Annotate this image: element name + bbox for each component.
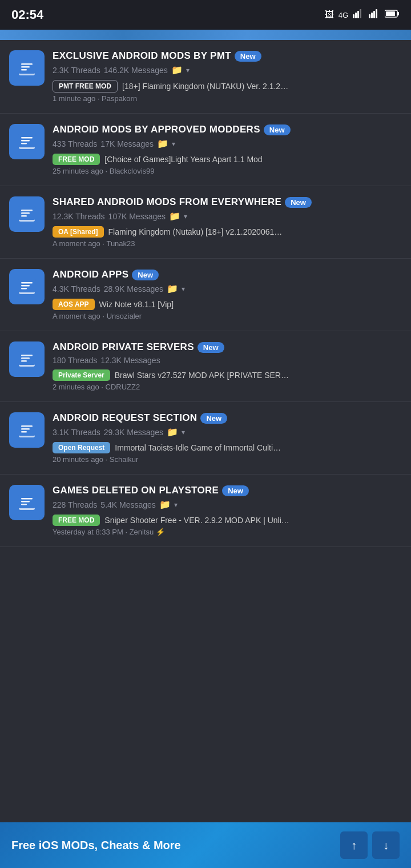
post-tag: FREE MOD	[53, 515, 100, 526]
last-post-meta: Yesterday at 8:33 PM · Zenitsu ⚡	[53, 528, 402, 536]
svg-rect-52	[21, 504, 27, 505]
post-tag: Open Request	[53, 442, 110, 453]
scroll-buttons: ↑ ↓	[340, 831, 400, 859]
post-tag: PMT FREE MOD	[53, 80, 118, 93]
forum-content: ANDROID APPS New 4.3K Threads 28.9K Mess…	[53, 269, 402, 320]
last-post-meta: 1 minute ago · Paspakorn	[53, 94, 402, 103]
svg-rect-22	[21, 143, 27, 144]
svg-rect-10	[397, 12, 399, 15]
new-badge: New	[132, 270, 159, 280]
svg-rect-26	[21, 210, 33, 211]
signal-icon-2	[369, 9, 380, 21]
thread-count: 228 Threads	[53, 500, 97, 509]
last-post-title: Immortal Taoists-Idle Game of Immortal C…	[115, 443, 281, 452]
forum-title-row: EXCLUSIVE ANDROID MODS BY PMT New	[53, 50, 402, 62]
forum-content: ANDROID PRIVATE SERVERS New 180 Threads …	[53, 341, 402, 391]
forum-content: SHARED ANDROID MODS FROM EVERYWHERE New …	[53, 196, 402, 248]
scroll-down-button[interactable]: ↓	[372, 831, 400, 859]
forum-title-row: ANDROID APPS New	[53, 269, 402, 280]
svg-rect-2	[357, 11, 359, 18]
message-count: 107K Messages	[108, 212, 166, 221]
svg-rect-50	[21, 498, 33, 500]
last-post-meta: A moment ago · Tunak23	[53, 239, 402, 248]
folder-icon: 📁	[171, 65, 183, 75]
forum-title: SHARED ANDROID MODS FROM EVERYWHERE	[53, 196, 281, 208]
svg-rect-39	[21, 357, 30, 359]
forum-title-row: ANDROID REQUEST SECTION New	[53, 412, 402, 424]
forum-icon	[9, 485, 45, 520]
svg-rect-21	[21, 140, 30, 142]
forum-last-post: Open Request Immortal Taoists-Idle Game …	[53, 442, 402, 453]
forum-icon	[9, 269, 45, 304]
forum-icon	[9, 341, 45, 377]
post-tag: AOS APP	[53, 299, 95, 310]
forum-item-shared-android-mods[interactable]: SHARED ANDROID MODS FROM EVERYWHERE New …	[0, 186, 411, 259]
folder-icon: 📁	[169, 211, 180, 222]
forum-item-android-request-section[interactable]: ANDROID REQUEST SECTION New 3.1K Threads…	[0, 402, 411, 475]
forum-stats: 180 Threads 12.3K Messages	[53, 356, 402, 365]
forum-item-android-apps[interactable]: ANDROID APPS New 4.3K Threads 28.9K Mess…	[0, 259, 411, 331]
forum-last-post: AOS APP Wiz Note v8.1.1 [Vip]	[53, 299, 402, 310]
forum-title-row: GAMES DELETED ON PLAYSTORE New	[53, 485, 402, 496]
forum-icon	[9, 196, 45, 232]
forum-icon	[9, 50, 45, 86]
svg-rect-15	[21, 66, 30, 68]
forum-item-android-mods-approved[interactable]: ANDROID MODS BY APPROVED MODDERS New 433…	[0, 114, 411, 186]
scroll-up-button[interactable]: ↑	[340, 831, 368, 859]
forum-stats: 433 Threads 17K Messages 📁▾	[53, 138, 402, 149]
dropdown-icon[interactable]: ▾	[182, 285, 185, 293]
last-post-title: [Choice of Games]Light Years Apart 1.1 M…	[104, 155, 262, 164]
svg-rect-14	[21, 63, 33, 65]
last-post-meta: A moment ago · Unsozialer	[53, 312, 402, 320]
last-post-title: [18+] Flaming Kingdom (NUTAKU) Ver. 2.1.…	[122, 82, 288, 91]
dropdown-icon[interactable]: ▾	[186, 66, 190, 74]
forum-content: ANDROID MODS BY APPROVED MODDERS New 433…	[53, 124, 402, 175]
forum-stats: 2.3K Threads 146.2K Messages 📁▾	[53, 65, 402, 75]
svg-rect-45	[21, 428, 30, 430]
folder-icon: 📁	[167, 427, 178, 437]
dropdown-icon[interactable]: ▾	[182, 428, 185, 436]
forum-stats: 228 Threads 5.4K Messages 📁▾	[53, 499, 402, 510]
message-count: 17K Messages	[100, 139, 154, 148]
top-wave-decoration	[0, 30, 411, 40]
thread-count: 180 Threads	[53, 356, 97, 365]
svg-rect-4	[369, 14, 370, 18]
dropdown-icon[interactable]: ▾	[174, 501, 178, 509]
svg-rect-27	[21, 212, 30, 214]
network-type: 4G	[339, 11, 348, 19]
last-post-meta: 20 minutes ago · Schaikur	[53, 455, 402, 464]
status-icons: 🖼 4G	[325, 9, 400, 21]
forum-content: GAMES DELETED ON PLAYSTORE New 228 Threa…	[53, 485, 402, 536]
forum-title: ANDROID APPS	[53, 269, 128, 280]
forum-last-post: OA [Shared] Flaming Kingdom (Nutaku) [18…	[53, 226, 402, 238]
dropdown-icon[interactable]: ▾	[172, 140, 175, 148]
svg-rect-9	[386, 11, 395, 16]
forum-title-row: SHARED ANDROID MODS FROM EVERYWHERE New	[53, 196, 402, 208]
forum-title: ANDROID REQUEST SECTION	[53, 412, 197, 424]
svg-rect-3	[360, 9, 361, 18]
dropdown-icon[interactable]: ▾	[184, 212, 187, 220]
bottom-banner[interactable]: Free iOS MODs, Cheats & More ↑ ↓	[0, 822, 411, 868]
folder-icon: 📁	[159, 499, 171, 510]
new-badge: New	[200, 413, 227, 424]
signal-icon	[353, 9, 364, 21]
thread-count: 433 Threads	[53, 139, 97, 148]
message-count: 5.4K Messages	[100, 500, 156, 509]
thread-count: 2.3K Threads	[53, 66, 100, 75]
forum-content: ANDROID REQUEST SECTION New 3.1K Threads…	[53, 412, 402, 464]
message-count: 12.3K Messages	[100, 356, 160, 365]
svg-rect-34	[21, 288, 27, 290]
forum-item-android-private-servers[interactable]: ANDROID PRIVATE SERVERS New 180 Threads …	[0, 331, 411, 402]
forum-last-post: FREE MOD [Choice of Games]Light Years Ap…	[53, 154, 402, 165]
bottom-banner-text: Free iOS MODs, Cheats & More	[11, 839, 181, 852]
forum-item-games-deleted-playstore[interactable]: GAMES DELETED ON PLAYSTORE New 228 Threa…	[0, 475, 411, 547]
new-badge: New	[198, 342, 224, 353]
camera-icon: 🖼	[325, 10, 334, 20]
new-badge: New	[235, 51, 261, 62]
svg-rect-44	[21, 425, 33, 427]
forum-icon	[9, 412, 45, 448]
svg-rect-16	[21, 69, 27, 71]
forum-last-post: Private Server Brawl Stars v27.527 MOD A…	[53, 369, 402, 381]
last-post-meta: 2 minutes ago · CDRUZZ2	[53, 383, 402, 391]
forum-item-exclusive-android-mods[interactable]: EXCLUSIVE ANDROID MODS BY PMT New 2.3K T…	[0, 40, 411, 114]
